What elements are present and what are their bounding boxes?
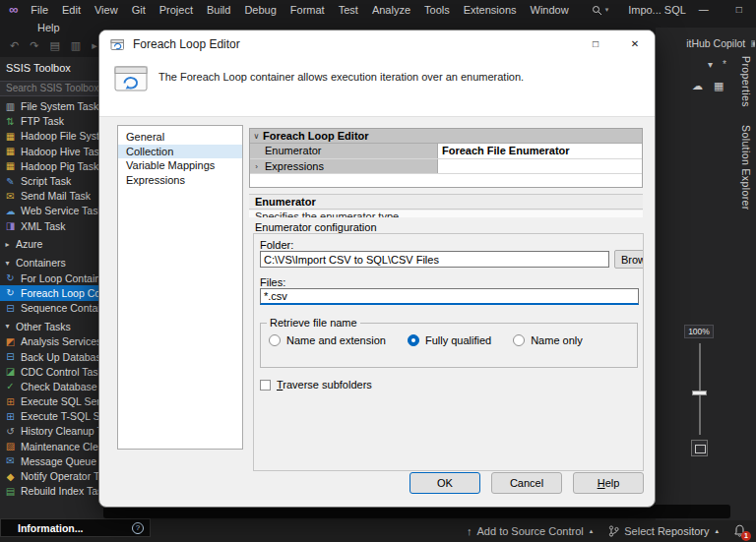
help-button[interactable]: Help [573,472,644,494]
properties-tab[interactable]: Properties [740,56,752,107]
property-row-enumerator[interactable]: EnumeratorForeach File Enumerator [250,144,642,159]
notify-operator-task-icon: ◆ [5,471,16,482]
maximize-button[interactable]: □ [722,0,756,20]
menu-window[interactable]: Window [524,0,576,20]
nav-item-collection[interactable]: Collection [118,145,242,159]
toolbox-item-analysis-services-processing-task[interactable]: ◩Analysis Services Processing Task [0,334,106,349]
menu-analyze[interactable]: Analyze [365,0,417,20]
information-bar[interactable]: Information... ? [0,518,151,537]
ok-button[interactable]: OK [410,472,480,494]
cloud-icon[interactable]: ☁ [692,80,703,92]
new-file-icon[interactable]: ▤ [49,39,59,52]
menu-extensions[interactable]: Extensions [457,0,524,20]
menu-project[interactable]: Project [153,0,200,20]
back-up-database-task-icon: ⊟ [5,351,16,362]
execute-t-sql-statement-task-icon: ⊞ [5,411,16,422]
toolbox-item-file-system-task[interactable]: ▥File System Task [0,99,106,114]
nav-item-expressions[interactable]: Expressions [118,173,242,188]
menu-debug[interactable]: Debug [237,0,283,20]
toolbox-item-hadoop-pig-task[interactable]: ▦Hadoop Pig Task [0,158,106,173]
toolbox-item-foreach-loop-container[interactable]: ↻Foreach Loop Container [0,285,106,300]
menu-format[interactable]: Format [284,0,332,20]
toolbox-item-web-service-task[interactable]: ☁Web Service Task [0,204,106,218]
toolbox-item-message-queue-task[interactable]: ✉Message Queue Task [0,453,106,468]
zoom-level[interactable]: 100% [684,325,714,338]
radio-name-and-extension[interactable]: Name and extension [269,334,386,346]
zoom-slider-thumb[interactable] [692,391,707,395]
menu-build[interactable]: Build [200,0,237,20]
menu-help[interactable]: Help [31,20,67,35]
dialog-titlebar[interactable]: Foreach Loop Editor □ ✕ [99,30,655,58]
back-icon[interactable]: ↶ [10,39,19,52]
menu-view[interactable]: View [88,0,125,20]
menu-edit[interactable]: Edit [55,0,88,20]
search-box[interactable]: ▾ [592,5,609,16]
gear-icon[interactable]: * [723,59,726,70]
folder-input[interactable] [260,251,609,268]
toolbox-item-execute-t-sql-statement-task[interactable]: ⊞Execute T-SQL Statement Task [0,409,106,424]
browse-button[interactable]: Browse... [614,250,644,269]
traverse-subfolders-option[interactable]: Traverse subfolders [260,379,372,391]
toolbox-section-other-tasks[interactable]: ▾Other Tasks [0,319,106,334]
layout-icon[interactable]: ▦ [714,80,724,92]
expand-arrow-icon: › [250,159,263,174]
toolbox-section-azure[interactable]: ▸Azure [0,236,106,252]
property-row-expressions[interactable]: ›Expressions [250,159,642,175]
toolbox-item-xml-task[interactable]: ◨XML Task [0,218,106,233]
toolbox-item-maintenance-cleanup-task[interactable]: ▨Maintenance Cleanup Task [0,439,106,453]
toolbox-item-history-cleanup-task[interactable]: ↺History Cleanup Task [0,424,106,439]
toolbox-item-execute-sql-server-agent-job-task[interactable]: ⊞Execute SQL Server Agent Job Task [0,394,106,409]
start-icon[interactable]: ▸ [92,39,97,52]
retrieve-radio-group: Name and extensionFully qualifiedName on… [269,334,637,346]
chevron-right-icon: ▸ [3,240,12,249]
open-window-icon[interactable]: ▣ [750,38,755,48]
minimize-button[interactable]: — [686,0,722,20]
fit-to-window-button[interactable] [691,440,708,456]
cancel-button[interactable]: Cancel [491,472,562,494]
nav-item-general[interactable]: General [118,130,242,145]
radio-name-only[interactable]: Name only [513,334,583,346]
nav-item-variable-mappings[interactable]: Variable Mappings [118,158,242,173]
toolbox-section-containers[interactable]: ▾Containers [0,255,106,271]
toolbox-item-hadoop-hive-task[interactable]: ▦Hadoop Hive Task [0,144,106,158]
property-grid-header[interactable]: ∨ Foreach Loop Editor [250,129,642,144]
files-input[interactable] [260,288,639,305]
toolbox-item-send-mail-task[interactable]: ✉Send Mail Task [0,189,106,204]
git-branch-icon [608,525,619,537]
select-repository-label: Select Repository [624,525,709,537]
toolbox-item-for-loop-container[interactable]: ↻For Loop Container [0,271,106,285]
radio-fully-qualified[interactable]: Fully qualified [408,334,491,346]
select-repository-button[interactable]: Select Repository ▴ [608,525,719,537]
menu-test[interactable]: Test [332,0,365,20]
toolbox-item-ftp-task[interactable]: ⇅FTP Task [0,114,106,129]
search-icon [592,5,602,16]
menu-file[interactable]: File [24,0,55,20]
toolbox-item-check-database-integrity-task[interactable]: ✓Check Database Integrity Task [0,379,106,393]
chevron-down-icon[interactable]: ▾ [708,59,713,70]
information-label: Information... [18,522,84,534]
toolbox-item-rebuild-index-task[interactable]: ▤Rebuild Index Task [0,484,106,499]
add-to-source-control-button[interactable]: ↑ Add to Source Control ▴ [467,525,593,537]
visual-studio-window: ∞ FileEditViewGitProjectBuildDebugFormat… [0,0,756,542]
toolbox-item-back-up-database-task[interactable]: ⊟Back Up Database Task [0,349,106,364]
dialog-close-button[interactable]: ✕ [615,30,655,58]
toolbox-item-hadoop-file-system-task[interactable]: ▦Hadoop File System Task [0,129,106,144]
traverse-subfolders-checkbox[interactable] [260,380,271,391]
dialog-maximize-button[interactable]: □ [576,30,615,58]
zoom-slider[interactable] [699,343,701,435]
menu-git[interactable]: Git [125,0,153,20]
toolbox-item-sequence-container[interactable]: ⊟Sequence Container [0,301,106,316]
save-icon[interactable]: ▥ [71,39,81,52]
execute-sql-server-agent-job-task-icon: ⊞ [5,396,16,407]
toolbox-item-notify-operator-task[interactable]: ◆Notify Operator Task [0,468,106,483]
solution-explorer-tab[interactable]: Solution Explorer [740,125,752,211]
notifications-button[interactable]: 1 [733,524,747,538]
menu-tools[interactable]: Tools [417,0,457,20]
toolbox-search-input[interactable] [0,81,106,96]
toolbox-item-script-task[interactable]: ✎Script Task [0,173,106,188]
forward-icon[interactable]: ↷ [30,39,38,52]
copilot-tab[interactable]: GitHub Copilot ▣ ✕ [686,35,755,50]
property-grid: ∨ Foreach Loop Editor EnumeratorForeach … [249,128,643,188]
titlebar: ∞ FileEditViewGitProjectBuildDebugFormat… [0,0,756,20]
toolbox-item-cdc-control-task[interactable]: ◪CDC Control Task [0,364,106,379]
